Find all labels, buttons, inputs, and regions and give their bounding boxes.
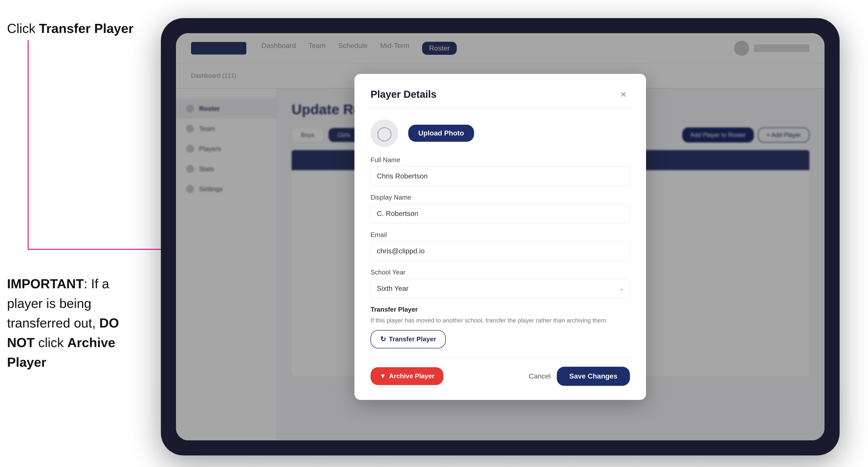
school-year-select[interactable]: First Year Second Year Third Year Fourth… — [371, 279, 630, 298]
player-details-modal: Player Details × ◯ Upload Photo Full Nam… — [354, 74, 646, 400]
modal-close-button[interactable]: × — [617, 88, 630, 101]
annotation-vertical-line — [28, 40, 29, 249]
cancel-button[interactable]: Cancel — [529, 372, 551, 380]
email-group: Email — [371, 231, 630, 261]
tablet-frame: Dashboard Team Schedule Mid-Term Roster … — [161, 18, 840, 456]
save-changes-button[interactable]: Save Changes — [557, 367, 630, 386]
email-input[interactable] — [371, 241, 630, 261]
school-year-label: School Year — [371, 269, 630, 276]
display-name-label: Display Name — [371, 193, 630, 201]
modal-header: Player Details × — [371, 88, 630, 108]
full-name-group: Full Name — [371, 156, 630, 186]
archive-player-button[interactable]: ▼ Archive Player — [371, 367, 443, 385]
display-name-group: Display Name — [371, 193, 630, 223]
transfer-player-section: Transfer Player If this player has moved… — [371, 306, 630, 348]
instruction-bottom: IMPORTANT: If a player is being transfer… — [7, 274, 148, 372]
email-label: Email — [371, 231, 630, 239]
tablet-screen: Dashboard Team Schedule Mid-Term Roster … — [176, 33, 825, 440]
transfer-icon: ↻ — [380, 335, 386, 343]
upload-photo-button[interactable]: Upload Photo — [408, 125, 474, 142]
modal-title: Player Details — [371, 89, 436, 100]
modal-overlay: Player Details × ◯ Upload Photo Full Nam… — [176, 33, 825, 440]
full-name-label: Full Name — [371, 156, 630, 164]
transfer-player-desc: If this player has moved to another scho… — [371, 316, 630, 325]
archive-icon: ▼ — [379, 372, 386, 380]
instruction-top: Click Transfer Player — [7, 20, 133, 37]
display-name-input[interactable] — [371, 204, 630, 223]
full-name-input[interactable] — [371, 166, 630, 186]
school-year-select-wrapper: First Year Second Year Third Year Fourth… — [371, 279, 630, 298]
transfer-player-button[interactable]: ↻ Transfer Player — [371, 330, 446, 348]
modal-footer: ▼ Archive Player Cancel Save Changes — [371, 357, 630, 386]
avatar-person-icon: ◯ — [377, 125, 393, 141]
avatar-circle: ◯ — [371, 119, 398, 147]
school-year-group: School Year First Year Second Year Third… — [371, 269, 630, 298]
avatar-row: ◯ Upload Photo — [371, 119, 630, 147]
transfer-player-label: Transfer Player — [371, 306, 630, 313]
